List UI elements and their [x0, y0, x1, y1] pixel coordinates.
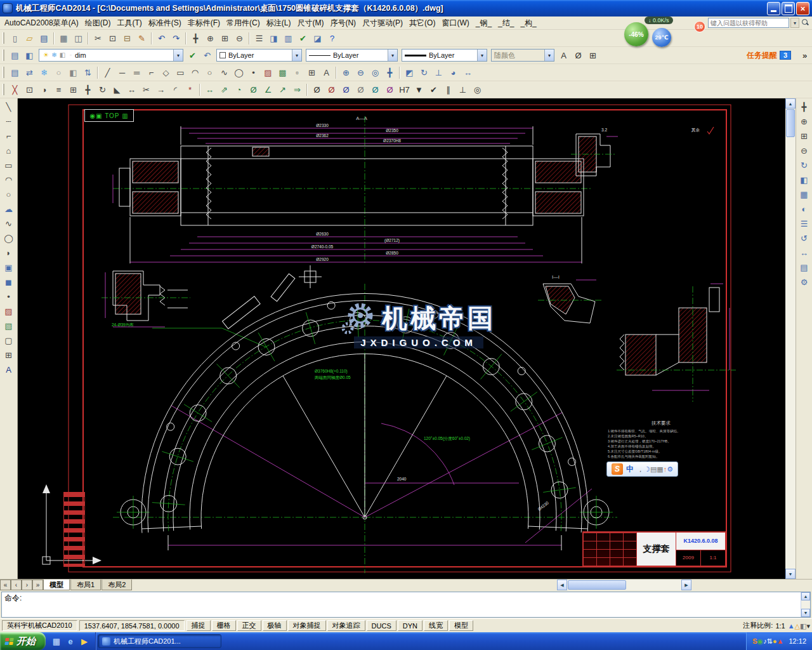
- draw-line-icon[interactable]: ╲: [1, 100, 16, 114]
- comma-icon[interactable]: ，: [637, 465, 644, 473]
- revision-cloud-icon[interactable]: ☁: [1, 202, 16, 216]
- table-style-icon[interactable]: ⊞: [586, 48, 600, 62]
- layer-properties-icon[interactable]: ▤: [8, 48, 22, 62]
- zoom-extents-icon[interactable]: ◎: [368, 65, 383, 79]
- menu-item[interactable]: 窗口(W): [438, 17, 472, 30]
- copy-object-icon[interactable]: ⊡: [22, 83, 37, 96]
- zoom-win-icon[interactable]: ⊞: [797, 129, 812, 143]
- annotation-scale-value[interactable]: 1:1: [775, 622, 785, 630]
- menu-item[interactable]: 其它(O): [406, 17, 438, 30]
- status-toggle-button[interactable]: DYN: [398, 620, 422, 631]
- layer-color-icon[interactable]: ▪: [67, 52, 75, 58]
- new-file-icon[interactable]: ▯: [8, 31, 22, 45]
- draw-mtext-icon[interactable]: A: [1, 362, 16, 377]
- coordinates-display[interactable]: 1537.6407, 1854.7581, 0.0000: [79, 620, 185, 631]
- sym-diameter-5-icon[interactable]: Ø: [368, 83, 383, 96]
- zoom-window-icon[interactable]: ⊞: [218, 31, 232, 45]
- antivirus-tray-icon[interactable]: ◉: [757, 637, 764, 645]
- horizontal-scroll-thumb[interactable]: [568, 580, 626, 590]
- polyline-icon[interactable]: ⌐: [144, 65, 159, 79]
- explode-icon[interactable]: *: [183, 83, 197, 96]
- show-desktop-icon[interactable]: ▦: [51, 635, 62, 647]
- text-style-icon[interactable]: A: [556, 48, 571, 62]
- draw-table-icon[interactable]: ⊞: [1, 348, 16, 362]
- ime-tray-icon[interactable]: S: [752, 637, 757, 645]
- help-icon[interactable]: ?: [325, 31, 339, 45]
- orbit-right-icon[interactable]: ↻: [797, 158, 812, 173]
- speed-ball-widget[interactable]: -46%: [624, 22, 648, 46]
- layer-states-icon[interactable]: ◧: [22, 48, 37, 62]
- taskbar-task-button[interactable]: 机械工程师CAD201...: [98, 634, 221, 648]
- grid-display-icon[interactable]: ▦: [797, 187, 812, 202]
- ime-toolbar[interactable]: S 中 ，☽▤▦↑⚙: [606, 461, 678, 477]
- orbit-icon[interactable]: ↻: [417, 65, 431, 79]
- status-toggle-button[interactable]: 捕捉: [187, 620, 211, 631]
- distance-icon[interactable]: ↔: [461, 65, 475, 79]
- open-file-icon[interactable]: ▱: [22, 31, 37, 45]
- draw-rectangle-icon[interactable]: ▭: [1, 158, 16, 173]
- spline-icon[interactable]: ∿: [217, 65, 232, 79]
- dropdown-arrow-icon[interactable]: ▾: [292, 50, 301, 61]
- layer-lock-icon[interactable]: ◧: [58, 52, 67, 58]
- tab-layout1[interactable]: 布局1: [70, 580, 101, 590]
- dim-diameter-icon[interactable]: Ø: [246, 83, 261, 96]
- paste-icon[interactable]: ⊟: [120, 31, 134, 45]
- fillet-icon[interactable]: ◜: [168, 83, 183, 96]
- command-input[interactable]: 命令:: [2, 592, 801, 617]
- clock[interactable]: 12:12: [789, 637, 806, 645]
- ellipse-arc-icon[interactable]: ◗: [1, 246, 16, 260]
- draw-arc-icon[interactable]: ◠: [1, 173, 16, 187]
- sym-diameter-6-icon[interactable]: Ø: [383, 83, 397, 96]
- menu-item[interactable]: 尺寸驱动(P): [359, 17, 406, 30]
- draw-circle-icon[interactable]: ○: [1, 187, 16, 202]
- wrench-icon[interactable]: ⚙: [667, 465, 673, 473]
- layer-control-icon[interactable]: ▤: [8, 65, 22, 79]
- ellipse-icon[interactable]: ◯: [232, 65, 246, 79]
- dim-leader-icon[interactable]: ↗: [275, 83, 290, 96]
- vertical-scroll-thumb[interactable]: [786, 109, 795, 137]
- draw-spline-icon[interactable]: ∿: [1, 216, 16, 231]
- minimize-button[interactable]: [767, 2, 780, 15]
- draw-ellipse-icon[interactable]: ◯: [1, 231, 16, 246]
- scale-icon[interactable]: ◣: [110, 83, 124, 96]
- line-icon[interactable]: ╱: [100, 65, 115, 79]
- command-scrollbar[interactable]: ▲ ▼: [801, 592, 810, 617]
- status-toggle-button[interactable]: 线宽: [424, 620, 448, 631]
- render-icon[interactable]: ◕: [446, 65, 461, 79]
- block-editor-icon[interactable]: ◪: [310, 31, 325, 45]
- plot-icon[interactable]: ▦: [56, 31, 71, 45]
- moon-icon[interactable]: ☽: [644, 465, 650, 473]
- internet-explorer-icon[interactable]: e: [65, 635, 76, 647]
- measure-icon[interactable]: ↔: [797, 246, 812, 260]
- dim-radius-icon[interactable]: ◔: [232, 83, 246, 96]
- tool-palettes-icon[interactable]: ▥: [281, 31, 296, 45]
- mtext-tool-icon[interactable]: A: [319, 65, 334, 79]
- cut-icon[interactable]: ✂: [91, 31, 105, 45]
- menu-item[interactable]: 标准件(S): [145, 17, 185, 30]
- copy-icon[interactable]: ⊡: [105, 31, 120, 45]
- ime-mode-button[interactable]: 中: [626, 464, 634, 475]
- options-icon[interactable]: ⚙: [797, 275, 812, 289]
- extend-icon[interactable]: →: [154, 83, 168, 96]
- draw-point-icon[interactable]: •: [1, 289, 16, 304]
- start-button[interactable]: 开始: [0, 632, 46, 650]
- erase-icon[interactable]: ╳: [8, 83, 22, 96]
- move-icon[interactable]: ╋: [81, 83, 95, 96]
- make-current-icon[interactable]: ✔: [185, 48, 200, 62]
- draw-hatch-icon[interactable]: ▨: [1, 304, 16, 319]
- zoom-previous-icon[interactable]: ⊖: [232, 31, 247, 45]
- dim-continue-icon[interactable]: ⇒: [290, 83, 304, 96]
- message-tray-icon[interactable]: ●: [773, 637, 777, 645]
- dim-style-icon[interactable]: Ø: [571, 48, 586, 62]
- sym-depth-icon[interactable]: ▼: [412, 83, 426, 96]
- redo-icon[interactable]: ↷: [169, 31, 183, 45]
- plot-preview-icon[interactable]: ◫: [71, 31, 86, 45]
- draw-polygon-icon[interactable]: ⌂: [1, 143, 16, 158]
- sym-diameter-2-icon[interactable]: Ø: [324, 83, 339, 96]
- tab-first-button[interactable]: «: [0, 580, 11, 590]
- shade-icon[interactable]: ◐: [797, 202, 812, 216]
- arc-icon[interactable]: ◠: [188, 65, 202, 79]
- rotate-icon[interactable]: ↻: [95, 83, 110, 96]
- dropdown-arrow-icon[interactable]: ▾: [388, 50, 397, 61]
- toolbar-lock-icon[interactable]: ◧: [800, 622, 806, 630]
